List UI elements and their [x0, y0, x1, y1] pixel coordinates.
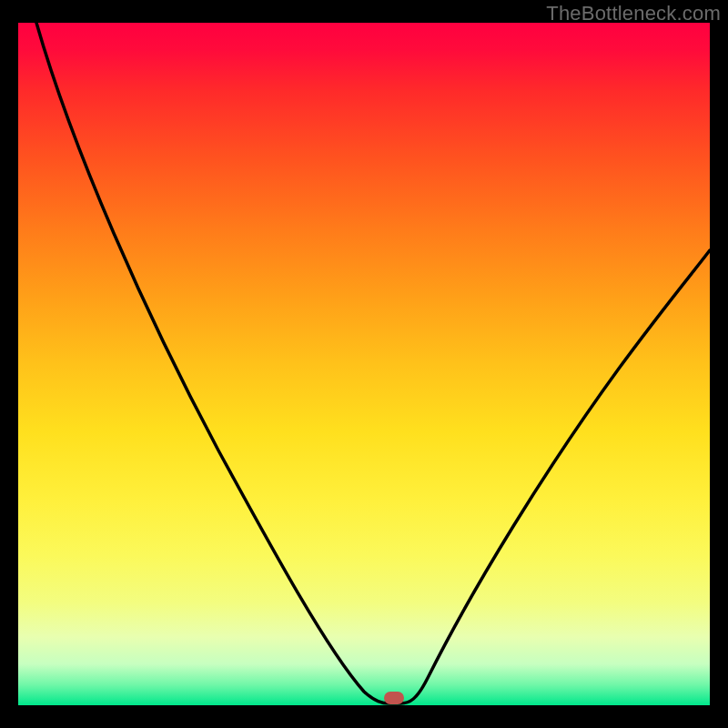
optimal-point-marker — [384, 692, 404, 704]
plot-area — [18, 23, 710, 705]
branding-watermark: TheBottleneck.com — [546, 2, 721, 25]
curve-path — [36, 23, 710, 703]
bottleneck-curve — [18, 23, 710, 705]
chart-frame: TheBottleneck.com — [0, 0, 728, 728]
